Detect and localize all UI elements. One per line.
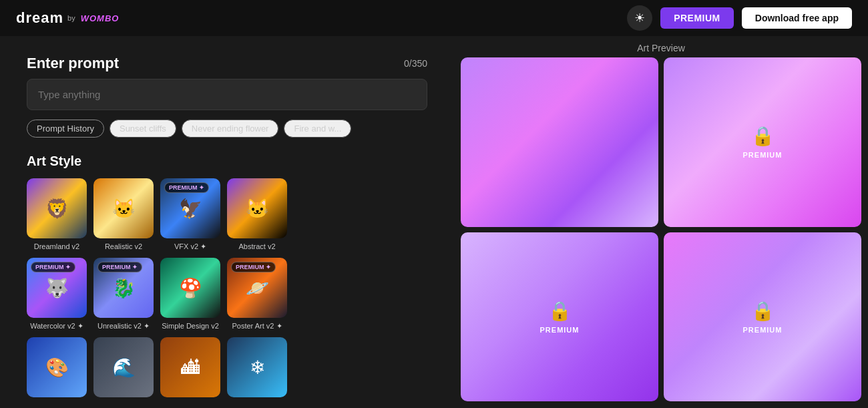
style-item-watercolor[interactable]: PREMIUM ✦ 🐺 Watercolor v2 ✦: [27, 258, 87, 331]
download-button[interactable]: Download free app: [742, 7, 852, 29]
logo-wombo: WOMBO: [81, 13, 120, 23]
r3-art-2: 🌊: [93, 337, 154, 397]
r3-art-1: 🎨: [27, 337, 87, 397]
r3-art-3: 🏙: [160, 337, 220, 397]
logo-dream: dream: [16, 9, 63, 27]
style-thumb-realistic: 🐱: [93, 178, 154, 238]
abstract-art: 🐱: [227, 178, 287, 238]
style-thumb-r3-1: 🎨: [27, 337, 87, 397]
premium-badge-poster: PREMIUM ✦: [231, 262, 276, 272]
style-thumb-r3-2: 🌊: [93, 337, 154, 397]
style-item-unrealistic[interactable]: PREMIUM ✦ 🐉 Unrealistic v2 ✦: [93, 258, 154, 331]
simple-art: 🍄: [160, 258, 220, 318]
style-thumb-dreamland: 🦁: [27, 178, 87, 238]
art-preview-label: Art Preview: [454, 36, 868, 57]
preview-cell-3: 🔒 PREMIUM: [461, 232, 658, 402]
logo-by: by: [67, 14, 75, 22]
style-item-abstract[interactable]: 🐱 Abstract v2: [227, 178, 287, 251]
premium-badge-unrealistic: PREMIUM ✦: [97, 262, 142, 272]
art-style-title: Art Style: [27, 154, 427, 169]
style-label-realistic: Realistic v2: [105, 242, 142, 250]
style-item-r3-3[interactable]: 🏙: [160, 337, 220, 397]
style-item-r3-1[interactable]: 🎨: [27, 337, 87, 397]
premium-badge-vfx: PREMIUM ✦: [164, 182, 209, 193]
sun-icon: ☀: [634, 11, 645, 25]
style-thumb-poster: PREMIUM ✦ 🪐: [227, 258, 287, 318]
theme-toggle-button[interactable]: ☀: [627, 5, 652, 31]
style-label-unrealistic: Unrealistic v2 ✦: [97, 322, 150, 331]
tag-prompt-history[interactable]: Prompt History: [27, 120, 104, 138]
prompt-tags: Prompt History Sunset cliffs Never endin…: [27, 120, 427, 138]
realistic-art: 🐱: [93, 178, 154, 238]
premium-badge-watercolor: PREMIUM ✦: [31, 262, 75, 272]
style-label-poster: Poster Art v2 ✦: [232, 322, 282, 331]
preview-grid: 🔒 PREMIUM 🔒 PREMIUM 🔒 PREMIUM: [454, 57, 868, 408]
style-item-vfx[interactable]: PREMIUM ✦ 🦅 VFX v2 ✦: [160, 178, 220, 251]
style-item-r3-2[interactable]: 🌊: [93, 337, 154, 397]
premium-label-2: PREMIUM: [743, 151, 783, 159]
right-panel: Art Preview 🔒 PREMIUM 🔒 PREMIUM 🔒 PREMIU…: [454, 36, 868, 408]
style-item-poster[interactable]: PREMIUM ✦ 🪐 Poster Art v2 ✦: [227, 258, 287, 331]
logo-area: dream by WOMBO: [16, 9, 119, 27]
lock-icon-2: 🔒: [751, 125, 775, 147]
prompt-header: Enter prompt 0/350: [27, 55, 427, 72]
main-layout: Enter prompt 0/350 Prompt History Sunset…: [0, 36, 868, 408]
art-style-grid-row1: 🦁 Dreamland v2 🐱 Realistic v2 PREMIUM ✦ …: [27, 178, 427, 251]
header-right: ☀ PREMIUM Download free app: [627, 5, 852, 31]
art-style-grid-row3: 🎨 🌊 🏙 ❄: [27, 337, 427, 397]
style-thumb-r3-4: ❄: [227, 337, 287, 397]
preview-cell-4: 🔒 PREMIUM: [664, 232, 861, 402]
tag-fire[interactable]: Fire and w...: [284, 120, 351, 138]
lock-icon-4: 🔒: [751, 300, 775, 322]
lock-icon-3: 🔒: [548, 300, 572, 322]
style-thumb-vfx: PREMIUM ✦ 🦅: [160, 178, 220, 238]
header: dream by WOMBO ☀ PREMIUM Download free a…: [0, 0, 868, 36]
style-label-watercolor: Watercolor v2 ✦: [30, 322, 83, 331]
premium-button[interactable]: PREMIUM: [660, 7, 734, 29]
style-label-vfx: VFX v2 ✦: [174, 242, 206, 251]
art-style-grid-row2: PREMIUM ✦ 🐺 Watercolor v2 ✦ PREMIUM ✦ 🐉 …: [27, 258, 427, 331]
left-panel: Enter prompt 0/350 Prompt History Sunset…: [0, 36, 454, 408]
prompt-title: Enter prompt: [27, 55, 119, 72]
style-thumb-r3-3: 🏙: [160, 337, 220, 397]
char-count: 0/350: [404, 58, 427, 69]
dreamland-art: 🦁: [27, 178, 87, 238]
style-thumb-simple: 🍄: [160, 258, 220, 318]
style-thumb-unrealistic: PREMIUM ✦ 🐉: [93, 258, 154, 318]
style-label-abstract: Abstract v2: [238, 242, 275, 250]
style-item-simple[interactable]: 🍄 Simple Design v2: [160, 258, 220, 331]
style-item-r3-4[interactable]: ❄: [227, 337, 287, 397]
style-thumb-watercolor: PREMIUM ✦ 🐺: [27, 258, 87, 318]
premium-label-3: PREMIUM: [540, 326, 580, 334]
style-label-simple: Simple Design v2: [162, 322, 219, 330]
prompt-input[interactable]: [27, 79, 427, 110]
style-item-dreamland[interactable]: 🦁 Dreamland v2: [27, 178, 87, 251]
style-item-realistic[interactable]: 🐱 Realistic v2: [93, 178, 154, 251]
style-label-dreamland: Dreamland v2: [34, 242, 79, 250]
preview-cell-1: [461, 57, 658, 227]
preview-cell-2: 🔒 PREMIUM: [664, 57, 861, 227]
style-thumb-abstract: 🐱: [227, 178, 287, 238]
r3-art-4: ❄: [227, 337, 287, 397]
premium-label-4: PREMIUM: [743, 326, 783, 334]
tag-never-ending-flower[interactable]: Never ending flower: [182, 120, 279, 138]
tag-sunset-cliffs[interactable]: Sunset cliffs: [110, 120, 176, 138]
